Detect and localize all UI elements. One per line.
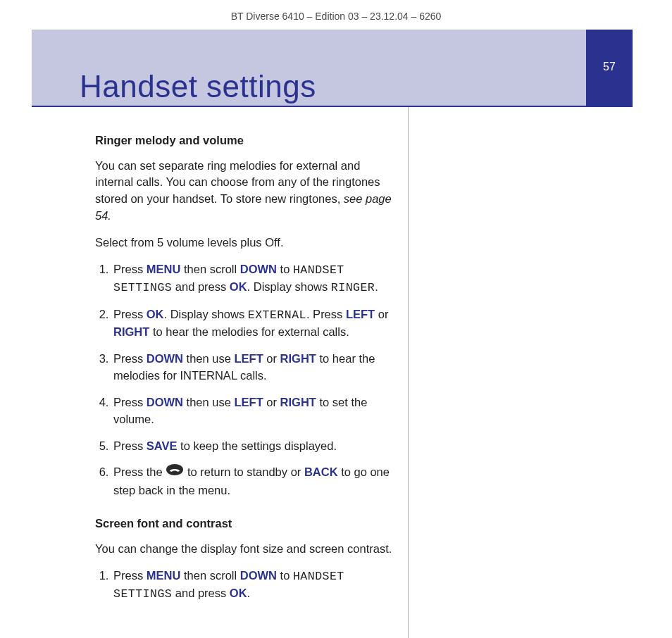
hangup-icon xyxy=(166,463,184,481)
text: . xyxy=(375,280,378,293)
display-ringer: RINGER xyxy=(331,281,375,294)
text: or xyxy=(263,352,280,365)
text: . xyxy=(247,587,251,599)
text: or xyxy=(263,396,280,408)
text: Press xyxy=(113,569,147,582)
title-band: Handset settings 57 xyxy=(32,30,633,107)
page-number: 57 xyxy=(603,59,616,75)
page-title: Handset settings xyxy=(80,65,316,108)
key-ok: OK xyxy=(230,280,247,293)
text: then scroll xyxy=(180,263,239,275)
text: or xyxy=(375,308,388,320)
text: and press xyxy=(172,587,230,599)
screen-step-1: Press MENU then scroll DOWN to HANDSET S… xyxy=(112,568,394,603)
step-2: Press OK. Display shows EXTERNAL. Press … xyxy=(112,306,394,341)
text: and press xyxy=(172,280,230,293)
key-down: DOWN xyxy=(147,396,183,408)
key-down: DOWN xyxy=(240,263,277,275)
right-column xyxy=(409,107,633,638)
text: to keep the settings displayed. xyxy=(177,439,337,452)
page-number-tab: 57 xyxy=(586,30,633,106)
text: to return to standby or xyxy=(184,465,304,478)
text: Press xyxy=(113,263,147,275)
screen-intro: You can change the display font size and… xyxy=(95,541,394,558)
text: Press xyxy=(113,396,147,408)
text: Press xyxy=(113,308,147,320)
text: then scroll xyxy=(180,569,239,582)
intro-paragraph: You can set separate ring melodies for e… xyxy=(95,158,394,225)
key-menu: MENU xyxy=(147,263,181,275)
key-menu: MENU xyxy=(147,569,181,582)
key-ok: OK xyxy=(230,587,247,599)
text: then use xyxy=(183,352,234,365)
key-right: RIGHT xyxy=(280,352,316,365)
key-ok: OK xyxy=(147,308,164,320)
text: then use xyxy=(183,396,234,408)
content-columns: Ringer melody and volume You can set sep… xyxy=(32,107,633,638)
document-header: BT Diverse 6410 – Edition 03 – 23.12.04 … xyxy=(0,0,672,30)
key-save: SAVE xyxy=(147,439,178,452)
key-back: BACK xyxy=(304,465,338,478)
step-4: Press DOWN then use LEFT or RIGHT to set… xyxy=(112,394,394,428)
text: Press xyxy=(113,352,147,365)
section-heading-screen: Screen font and contrast xyxy=(95,515,394,532)
text: Press the xyxy=(113,465,166,478)
step-5: Press SAVE to keep the settings displaye… xyxy=(112,438,394,455)
ringer-steps-list: Press MENU then scroll DOWN to HANDSET S… xyxy=(95,261,394,499)
text: to xyxy=(277,263,293,275)
left-column: Ringer melody and volume You can set sep… xyxy=(32,107,409,638)
intro-text: You can set separate ring melodies for e… xyxy=(95,159,380,206)
volume-levels-note: Select from 5 volume levels plus Off. xyxy=(95,234,394,251)
section-heading-ringer: Ringer melody and volume xyxy=(95,132,394,149)
key-left: LEFT xyxy=(235,352,263,365)
document-page: { "doc": { "header": "BT Diverse 6410 – … xyxy=(0,0,672,638)
key-down: DOWN xyxy=(240,569,277,582)
text: to hear the melodies for external calls. xyxy=(149,325,349,338)
key-right: RIGHT xyxy=(113,325,149,338)
text: Press xyxy=(113,439,147,452)
text: . Display shows xyxy=(164,308,248,320)
step-3: Press DOWN then use LEFT or RIGHT to hea… xyxy=(112,351,394,384)
step-6: Press the to return to standby or BACK t… xyxy=(112,464,394,499)
key-right: RIGHT xyxy=(280,396,316,408)
text: . Display shows xyxy=(247,280,331,293)
key-left: LEFT xyxy=(346,308,375,320)
key-left: LEFT xyxy=(235,396,263,408)
step-1: Press MENU then scroll DOWN to HANDSET S… xyxy=(112,261,394,296)
display-external: EXTERNAL xyxy=(248,308,306,322)
screen-steps-list: Press MENU then scroll DOWN to HANDSET S… xyxy=(95,568,394,603)
text: . Press xyxy=(306,308,346,320)
key-down: DOWN xyxy=(147,352,183,365)
text: to xyxy=(277,569,293,582)
